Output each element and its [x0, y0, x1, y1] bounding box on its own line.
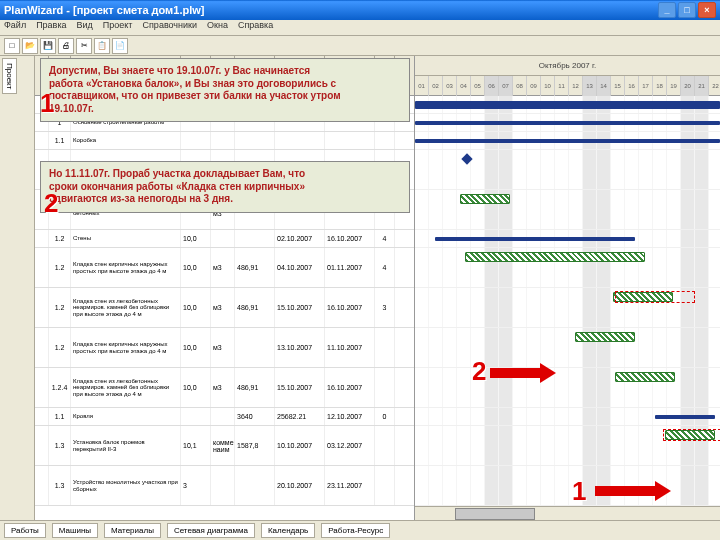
grid-cell: 10,0 — [181, 368, 211, 407]
day-header-cell: 19 — [667, 76, 681, 96]
menu-item[interactable]: Справка — [238, 20, 273, 35]
grid-cell: 15.10.2007 — [275, 368, 325, 407]
grid-cell — [181, 408, 211, 425]
gantt-bar[interactable] — [415, 121, 720, 125]
gantt-row — [415, 248, 720, 288]
table-row[interactable]: 1.2Кладка стен кирпичных наружных просты… — [35, 328, 414, 368]
grid-cell: Стены — [71, 230, 181, 247]
grid-cell: 3 — [375, 288, 395, 327]
grid-cell — [211, 230, 235, 247]
gantt-row — [415, 96, 720, 114]
bottom-tab[interactable]: Календарь — [261, 523, 315, 538]
gantt-row — [415, 328, 720, 368]
grid-cell: 1.2 — [49, 288, 71, 327]
table-row[interactable]: 1.1Кровля364025682.2112.10.20070 — [35, 408, 414, 426]
left-tab[interactable]: Проект — [2, 58, 17, 94]
bottom-tab[interactable]: Машины — [52, 523, 98, 538]
gantt-bar[interactable] — [435, 237, 635, 241]
toolbar-open-icon[interactable]: 📂 — [22, 38, 38, 54]
grid-cell: м3 — [211, 288, 235, 327]
grid-cell: 16.10.2007 — [325, 368, 375, 407]
table-row[interactable]: 1.2.4Кладка стен из легкобетонных неарми… — [35, 368, 414, 408]
grid-cell — [375, 466, 395, 505]
table-row[interactable]: 1.3Устройство монолитных участков при сб… — [35, 466, 414, 506]
grid-cell: 486,91 — [235, 368, 275, 407]
toolbar-copy-icon[interactable]: 📋 — [94, 38, 110, 54]
minimize-button[interactable]: _ — [658, 2, 676, 18]
gantt-bar[interactable] — [655, 415, 715, 419]
grid-cell: м3 — [211, 248, 235, 287]
bottom-tab[interactable]: Сетевая диаграмма — [167, 523, 255, 538]
grid-cell: 4 — [375, 248, 395, 287]
day-row: 0102030405060708091011121314151617181920… — [415, 76, 720, 96]
grid-cell — [211, 466, 235, 505]
grid-cell: Установка балок проемов перекрытий II-3 — [71, 426, 181, 465]
grid-cell — [35, 230, 49, 247]
bottom-tabs: РаботыМашиныМатериалыСетевая диаграммаКа… — [0, 520, 720, 540]
grid-cell: 10,0 — [181, 288, 211, 327]
menu-item[interactable]: Окна — [207, 20, 228, 35]
grid-cell — [35, 368, 49, 407]
toolbar-paste-icon[interactable]: 📄 — [112, 38, 128, 54]
close-button[interactable]: × — [698, 2, 716, 18]
table-row[interactable]: 1.2Кладка стен из легкобетонных неармиро… — [35, 288, 414, 328]
grid-cell: 486,91 — [235, 248, 275, 287]
gantt-bar[interactable] — [465, 252, 645, 262]
table-row[interactable]: 1.2Кладка стен кирпичных наружных просты… — [35, 248, 414, 288]
toolbar-new-icon[interactable]: □ — [4, 38, 20, 54]
grid-cell — [235, 466, 275, 505]
grid-cell: Кладка стен кирпичных наружных простых п… — [71, 328, 181, 367]
grid-body: 40152.7510.09.200701.04.200801Основные с… — [35, 96, 414, 506]
menu-item[interactable]: Справочники — [143, 20, 198, 35]
gantt-highlight — [615, 291, 695, 303]
grid-cell: 16.10.2007 — [325, 288, 375, 327]
grid-cell: м3 — [211, 328, 235, 367]
gantt-bar[interactable] — [615, 372, 675, 382]
day-header-cell: 12 — [569, 76, 583, 96]
table-row[interactable]: 1.3Установка балок проемов перекрытий II… — [35, 426, 414, 466]
table-row[interactable]: 1.2Стены10,002.10.200716.10.20074 — [35, 230, 414, 248]
toolbar-save-icon[interactable]: 💾 — [40, 38, 56, 54]
day-header-cell: 22 — [709, 76, 720, 96]
annotation-number: 2 — [44, 188, 58, 219]
scroll-thumb[interactable] — [455, 508, 535, 520]
day-header-cell: 17 — [639, 76, 653, 96]
gantt-bar[interactable] — [575, 332, 635, 342]
menu-item[interactable]: Проект — [103, 20, 133, 35]
day-header-cell: 20 — [681, 76, 695, 96]
menu-item[interactable]: Файл — [4, 20, 26, 35]
gantt-bar[interactable] — [415, 101, 720, 109]
toolbar: □ 📂 💾 🖨 ✂ 📋 📄 — [0, 36, 720, 56]
callout-1: Допустим, Вы знаете что 19.10.07г. у Вас… — [40, 58, 410, 122]
gantt-row — [415, 426, 720, 466]
grid-cell: 10,0 — [181, 248, 211, 287]
h-scrollbar[interactable] — [415, 506, 720, 520]
grid-cell — [211, 408, 235, 425]
grid-cell: 23.11.2007 — [325, 466, 375, 505]
grid-cell — [235, 132, 275, 149]
toolbar-cut-icon[interactable]: ✂ — [76, 38, 92, 54]
grid-cell — [235, 230, 275, 247]
day-header-cell: 02 — [429, 76, 443, 96]
toolbar-print-icon[interactable]: 🖨 — [58, 38, 74, 54]
menubar: ФайлПравкаВидПроектСправочникиОкнаСправк… — [0, 20, 720, 36]
gantt-bar[interactable] — [415, 139, 720, 143]
day-header-cell: 08 — [513, 76, 527, 96]
grid-cell: 15.10.2007 — [275, 288, 325, 327]
grid-cell: 1.2.4 — [49, 368, 71, 407]
bottom-tab[interactable]: Работы — [4, 523, 46, 538]
grid-cell — [375, 426, 395, 465]
bottom-tab[interactable]: Работа-Ресурс — [321, 523, 390, 538]
gantt-row — [415, 150, 720, 190]
menu-item[interactable]: Вид — [77, 20, 93, 35]
table-row[interactable]: 1.1Коробка — [35, 132, 414, 150]
menu-item[interactable]: Правка — [36, 20, 66, 35]
gantt-bar[interactable] — [460, 194, 510, 204]
day-header-cell: 07 — [499, 76, 513, 96]
grid-cell: 1.2 — [49, 230, 71, 247]
window-title: PlanWizard - [проект смета дом1.plw] — [4, 4, 658, 16]
grid-cell — [35, 132, 49, 149]
grid-cell: 3640 — [235, 408, 275, 425]
maximize-button[interactable]: □ — [678, 2, 696, 18]
bottom-tab[interactable]: Материалы — [104, 523, 161, 538]
